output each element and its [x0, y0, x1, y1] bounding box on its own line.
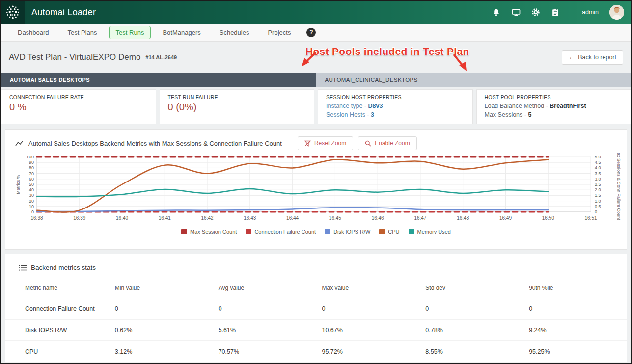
logo-dots-icon	[4, 3, 22, 21]
svg-text:Max Sessions & Conn Failure Co: Max Sessions & Conn Failure Count	[616, 153, 621, 220]
max-sessions-line: Max Sessions - 5	[485, 110, 623, 119]
main-nav: Dashboard Test Plans Test Runs BotManage…	[1, 24, 631, 42]
tab-automai-sales-desktops[interactable]: AUTOMAI SALES DESKTOPS	[1, 73, 316, 87]
magnifier-icon	[365, 140, 371, 147]
svg-text:4.0: 4.0	[595, 166, 601, 171]
nav-item-dashboard[interactable]: Dashboard	[11, 26, 56, 39]
svg-text:1.5: 1.5	[595, 193, 601, 198]
card-label: SESSION HOST PROPERTIES	[326, 94, 465, 100]
svg-text:50: 50	[29, 182, 34, 187]
enable-zoom-label: Enable Zoom	[375, 140, 410, 147]
tab-automai-clinical-desktops[interactable]: AUTOMAI_CLINICAL_DESKTOPS	[316, 73, 632, 87]
svg-text:1.0: 1.0	[595, 199, 601, 204]
back-to-report-label: Back to report	[578, 54, 616, 61]
svg-text:90: 90	[29, 160, 34, 165]
svg-text:4.5: 4.5	[595, 160, 601, 165]
prop-value: 3	[371, 111, 374, 118]
user-avatar[interactable]	[609, 5, 624, 20]
nav-item-schedules[interactable]: Schedules	[213, 26, 256, 39]
legend-swatch	[325, 229, 330, 234]
card-connection-failure-rate: CONNECTION FAILURE RATE 0 %	[1, 89, 156, 124]
svg-text:16:41: 16:41	[159, 215, 171, 221]
notifications-bell-icon[interactable]	[492, 8, 501, 17]
instance-type-line: Instance type - D8v3	[326, 102, 465, 110]
chart-title: Automai Sales Desktops Backend Metrics w…	[28, 140, 282, 147]
metrics-chart-card: Automai Sales Desktops Backend Metrics w…	[5, 129, 627, 250]
card-label: HOST POOL PROPERTIES	[485, 94, 623, 100]
app-title: Automai Loader	[31, 7, 96, 18]
svg-text:70: 70	[29, 171, 34, 176]
svg-text:40: 40	[29, 187, 34, 192]
svg-text:0: 0	[31, 209, 34, 214]
reset-zoom-button[interactable]: Reset Zoom	[298, 136, 353, 150]
app-header: Automai Loader admin	[1, 1, 631, 24]
help-icon[interactable]: ?	[306, 28, 316, 37]
svg-text:10: 10	[29, 204, 34, 209]
page-title: AVD Test Plan - VirtualEXPO Demo	[9, 52, 140, 62]
prop-value: D8v3	[368, 103, 383, 109]
reset-zoom-funnel-icon	[304, 140, 311, 147]
nav-item-botmanagers[interactable]: BotManagers	[156, 26, 207, 39]
settings-gear-icon[interactable]	[531, 8, 540, 17]
card-label: CONNECTION FAILURE RATE	[9, 94, 148, 100]
svg-text:5.0: 5.0	[595, 155, 601, 159]
col-max-value: Max value	[316, 278, 419, 298]
test-run-failure-value: 0 (0%)	[168, 102, 306, 113]
legend-max-session-count[interactable]: Max Session Count	[181, 229, 237, 234]
legend-disk-iops[interactable]: Disk IOPS R/W	[325, 229, 370, 234]
metrics-stats-table: Metric name Min value Avg value Max valu…	[5, 278, 627, 363]
cell-avg: 70.57%	[213, 341, 316, 363]
svg-text:16:48: 16:48	[457, 215, 469, 221]
legend-label: Memory Used	[417, 229, 451, 234]
legend-label: Connection Failure Count	[254, 229, 316, 234]
card-test-run-failure: TEST RUN FAILURE 0 (0%)	[160, 89, 315, 124]
card-host-pool-properties: HOST POOL PROPERTIES Load Balance Method…	[476, 89, 632, 124]
cell-std: 8.55%	[419, 341, 523, 363]
nav-item-test-runs[interactable]: Test Runs	[109, 26, 151, 39]
legend-swatch	[181, 229, 187, 234]
prop-value: BreadthFirst	[550, 103, 586, 109]
legend-memory-used[interactable]: Memory Used	[409, 229, 451, 234]
svg-text:16:38: 16:38	[30, 215, 43, 221]
app-window: Automai Loader admin Dashboard Test Plan…	[0, 0, 632, 364]
monitor-icon[interactable]	[512, 8, 521, 17]
prop-value: 5	[528, 111, 531, 118]
col-90th-pct: 90th %ile	[523, 278, 627, 298]
legend-label: Disk IOPS R/W	[333, 229, 370, 234]
cell-90th: 0	[523, 298, 627, 320]
enable-zoom-button[interactable]: Enable Zoom	[358, 136, 416, 150]
svg-text:60: 60	[29, 177, 34, 182]
col-std-dev: Std dev	[419, 278, 523, 298]
chart-legend: Max Session Count Connection Failure Cou…	[13, 229, 619, 234]
nav-item-projects[interactable]: Projects	[261, 26, 298, 39]
svg-text:20: 20	[29, 199, 34, 204]
cell-metric-name: CPU	[5, 341, 109, 363]
svg-text:16:46: 16:46	[372, 215, 384, 221]
svg-text:100: 100	[27, 155, 34, 159]
svg-text:2.0: 2.0	[595, 187, 601, 192]
cell-avg: 0	[213, 298, 316, 320]
backend-metrics-chart[interactable]: 16:3816:3916:4016:4116:4216:4316:4416:45…	[13, 153, 622, 226]
legend-cpu[interactable]: CPU	[379, 229, 399, 234]
svg-text:3.0: 3.0	[595, 177, 601, 182]
line-chart-icon	[15, 140, 24, 147]
automai-logo[interactable]	[1, 1, 25, 24]
connection-failure-rate-value: 0 %	[9, 102, 148, 113]
back-to-report-button[interactable]: ← Back to report	[562, 50, 623, 65]
card-session-host-properties: SESSION HOST PROPERTIES Instance type - …	[318, 89, 473, 124]
svg-text:Metrics %: Metrics %	[16, 175, 21, 194]
clipboard-report-icon[interactable]	[551, 8, 560, 17]
svg-text:16:43: 16:43	[244, 215, 256, 221]
legend-connection-failure-count[interactable]: Connection Failure Count	[246, 229, 316, 234]
cell-std: 0.78%	[419, 319, 523, 341]
svg-text:16:51: 16:51	[584, 215, 597, 221]
col-avg-value: Avg value	[213, 278, 316, 298]
stat-cards-row: CONNECTION FAILURE RATE 0 % TEST RUN FAI…	[1, 87, 631, 124]
header-divider	[571, 6, 571, 19]
svg-text:0.5: 0.5	[595, 204, 601, 209]
cell-min: 0	[109, 298, 213, 320]
cell-max: 0	[316, 298, 419, 320]
prop-text: Instance type -	[326, 103, 368, 109]
cell-metric-name: Connection Failure Count	[5, 298, 109, 320]
nav-item-test-plans[interactable]: Test Plans	[61, 26, 104, 39]
